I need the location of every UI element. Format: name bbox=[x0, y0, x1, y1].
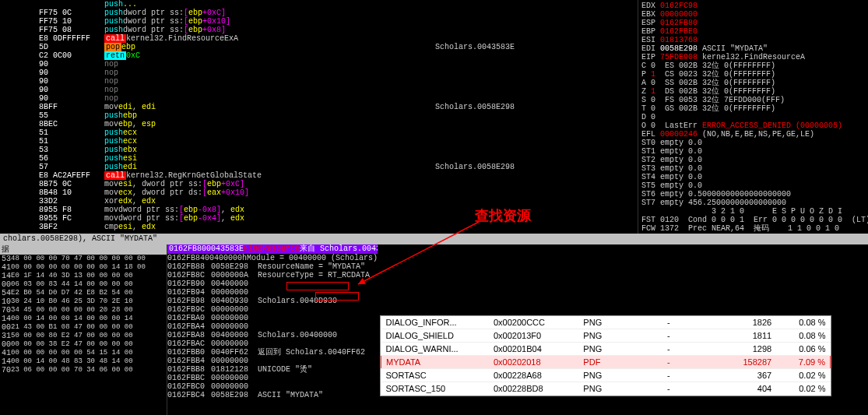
stack-row[interactable]: 0162FB8C0000000AResourceType = RT_RCDATA bbox=[167, 271, 378, 280]
hex-row[interactable]: 5348 00 00 00 70 47 00 00 00 00 00 bbox=[0, 255, 167, 263]
disasm-row[interactable]: 90nop bbox=[0, 69, 638, 77]
disasm-row[interactable]: FF75 10pushdword ptr ss:[ebp+0x10] bbox=[0, 17, 638, 26]
stack-header: 0162FB800043583EFindResource来自 Scholars.… bbox=[167, 244, 378, 254]
hex-row[interactable]: 7023 06 00 00 00 70 34 06 00 00 bbox=[0, 366, 167, 375]
register-row: O 0 LastErr ERROR_ACCESS_DENIED (0000000… bbox=[641, 121, 865, 130]
disasm-row[interactable]: E8 AC2AFEFFcallkernel32.RegKrnGetGlobalS… bbox=[0, 171, 638, 180]
disasm-row[interactable]: 8955 F8movdword ptr ss:[ebp-0x8], edx bbox=[0, 206, 638, 214]
resource-row[interactable]: DIALOG_INFOR...0x00200CCCPNG-18260.08 % bbox=[381, 316, 831, 329]
stack-row[interactable]: 0162FBA400000000 bbox=[167, 322, 378, 331]
hex-row[interactable]: 0000 00 00 38 E2 47 00 00 00 00 bbox=[0, 340, 167, 349]
resource-table[interactable]: DIALOG_INFOR...0x00200CCCPNG-18260.08 %D… bbox=[380, 315, 831, 396]
register-row: ST2 empty 0.0 bbox=[641, 156, 865, 164]
register-row: FST 0120 Cond 0 0 0 1 Err 0 0 0 0 0 0 0 … bbox=[641, 216, 865, 224]
register-row: S 0 FS 0053 32位 7EFDD000(FFF) bbox=[641, 96, 865, 104]
stack-row[interactable]: 0162FB9400000000 bbox=[167, 288, 378, 297]
cpu-disasm-panel[interactable]: push...FF75 0Cpushdword ptr ss:[ebp+0xC]… bbox=[0, 0, 638, 234]
disasm-row[interactable]: E8 0DFFFFFFcallkernel32.FindResourceExA bbox=[0, 34, 638, 43]
resource-row[interactable]: SORTASC0x00228A68PNG-3670.02 % bbox=[381, 369, 831, 382]
stack-row[interactable]: 0162FBAC00000000 bbox=[167, 339, 378, 348]
disasm-row[interactable]: 8BFFmovedi, ediScholars.0058E298 bbox=[0, 103, 638, 111]
disasm-row[interactable]: 57pushediScholars.0058E298 bbox=[0, 163, 638, 171]
register-row: EIP 75FDE908 kernel32.FindResourceA bbox=[641, 53, 865, 62]
disasm-row[interactable]: FF75 0Cpushdword ptr ss:[ebp+0xC] bbox=[0, 9, 638, 17]
stack-row[interactable]: 0162FBA000000000 bbox=[167, 314, 378, 322]
disasm-row[interactable]: push... bbox=[0, 0, 638, 9]
hex-row[interactable]: 14E0 1F 14 40 3D 13 00 00 00 00 bbox=[0, 272, 167, 280]
disasm-row[interactable]: 56pushesi bbox=[0, 154, 638, 163]
register-row: ST1 empty 0.0 bbox=[641, 147, 865, 156]
disasm-row[interactable]: 90nop bbox=[0, 86, 638, 94]
register-row: P 1 CS 0023 32位 0(FFFFFFFF) bbox=[641, 70, 865, 79]
resource-row[interactable]: DIALOG_SHIELD0x002013F0PNG-18110.08 % bbox=[381, 329, 831, 343]
hex-row[interactable]: 54E2 B0 54 D0 D7 42 E8 B2 54 00 bbox=[0, 289, 167, 297]
register-row: ESP 0162FB80 bbox=[641, 19, 865, 27]
stack-row[interactable]: 0162FBB00040FF62返回到 Scholars.0040FF62 bbox=[167, 348, 378, 357]
annotation-label: 查找资源 bbox=[475, 206, 531, 225]
stack-row[interactable]: 0162FB880058E298ResourceName = "MYDATA" bbox=[167, 262, 378, 271]
stack-row[interactable]: 0162FB9C00000000 bbox=[167, 305, 378, 314]
disasm-row[interactable]: 51pushecx bbox=[0, 137, 638, 146]
resource-row[interactable]: SORTASC_1500x00228BD8PNG-4040.02 % bbox=[381, 382, 831, 396]
hex-row[interactable]: 1400 00 14 00 00 14 00 00 00 14 bbox=[0, 315, 167, 323]
register-row: EFL 00000246 (NO,NB,E,BE,NS,PE,GE,LE) bbox=[641, 130, 865, 139]
disasm-row[interactable]: 8B48 10movecx, dword ptr ds:[eax+0x10] bbox=[0, 188, 638, 197]
disasm-row[interactable]: 55pushebp bbox=[0, 111, 638, 120]
hex-row[interactable]: 0021 43 00 B1 08 47 00 00 00 00 bbox=[0, 323, 167, 332]
stack-row[interactable]: 0162FB8400400000hModule = 00400000 (Scho… bbox=[167, 254, 378, 262]
disasm-row[interactable]: 8955 FCmovdword ptr ss:[ebp-0x4], edx bbox=[0, 214, 638, 223]
disasm-row[interactable]: 90nop bbox=[0, 77, 638, 86]
resource-row[interactable]: DIALOG_WARNI...0x00201B04PNG-12980.06 % bbox=[381, 343, 831, 356]
stack-row[interactable]: 0162FBBC00000000 bbox=[167, 374, 378, 382]
register-row: ST7 empty 456.25000000000000000 bbox=[641, 199, 865, 207]
registers-panel[interactable]: EDX 0162FC98EBX 00000000ESP 0162FB80EBP … bbox=[638, 0, 868, 234]
register-row: ST4 empty 0.0 bbox=[641, 173, 865, 181]
stack-row[interactable]: 0162FBA800400000Scholars.00400000 bbox=[167, 331, 378, 339]
register-row: EDX 0162FC98 bbox=[641, 2, 865, 10]
register-row: FCW 1372 Prec NEAR,64 掩码 1 1 0 0 1 0 bbox=[641, 224, 865, 233]
hex-row[interactable]: 1400 00 14 00 48 83 30 48 14 00 bbox=[0, 357, 167, 366]
register-row: A 0 SS 002B 32位 0(FFFFFFFF) bbox=[641, 79, 865, 87]
register-row: EBX 00000000 bbox=[641, 10, 865, 19]
register-row: T 0 GS 002B 32位 0(FFFFFFFF) bbox=[641, 104, 865, 113]
hex-row[interactable]: 4100 00 00 00 00 00 54 15 14 00 bbox=[0, 349, 167, 357]
stack-row[interactable]: 0162FB980040D930Scholars.0040D930 bbox=[167, 297, 378, 305]
register-row: ST0 empty 0.0 bbox=[641, 139, 865, 147]
register-row: ESI 01813768 bbox=[641, 36, 865, 44]
resource-row[interactable]: MYDATA0x00202018PDF-1582877.09 % bbox=[381, 356, 831, 369]
hex-row[interactable]: 1030 24 10 B0 46 25 3D 70 2E 10 bbox=[0, 297, 167, 306]
register-row: ST6 empty 0.50000000000000000000 bbox=[641, 190, 865, 199]
stack-panel[interactable]: 0162FB800043583EFindResource来自 Scholars.… bbox=[167, 244, 378, 415]
disasm-row[interactable]: 90nop bbox=[0, 94, 638, 103]
disasm-row[interactable]: 8B75 0Cmovesi, dword ptr ss:[ebp+0xC] bbox=[0, 180, 638, 188]
register-row: Z 1 DS 002B 32位 0(FFFFFFFF) bbox=[641, 87, 865, 96]
register-row: EBP 0162FBE0 bbox=[641, 27, 865, 36]
disasm-row[interactable]: 33D2xoredx, edx bbox=[0, 197, 638, 206]
disasm-row[interactable]: C2 0C00retn0xC bbox=[0, 51, 638, 60]
hex-row[interactable]: 0006 03 00 83 44 14 00 00 00 00 bbox=[0, 280, 167, 289]
register-row: ST5 empty 0.0 bbox=[641, 181, 865, 190]
stack-row[interactable]: 0162FBB801812128UNICODE "烫" bbox=[167, 365, 378, 374]
stack-row[interactable]: 0162FB9000400000 bbox=[167, 280, 378, 288]
stack-row[interactable]: 0162FBB400000000 bbox=[167, 357, 378, 365]
hex-header: 据 bbox=[0, 244, 167, 255]
disasm-row[interactable]: 5DpopebpScholars.0043583E bbox=[0, 43, 638, 51]
disasm-row[interactable]: 90nop bbox=[0, 60, 638, 69]
hex-row[interactable]: 4100 00 00 00 00 00 00 00 14 18 00 bbox=[0, 263, 167, 272]
disasm-row[interactable]: 53pushebx bbox=[0, 146, 638, 154]
hex-dump-panel[interactable]: 据 5348 00 00 00 70 47 00 00 00 00 00 410… bbox=[0, 244, 167, 415]
disasm-row[interactable]: FF75 08pushdword ptr ss:[ebp+0x8] bbox=[0, 26, 638, 34]
disasm-row[interactable]: 8BECmovebp, esp bbox=[0, 120, 638, 128]
register-row: EDI 0058E298 ASCII "MYDATA" bbox=[641, 44, 865, 53]
disasm-row[interactable]: 51pushecx bbox=[0, 128, 638, 137]
hex-row[interactable]: 3150 00 00 80 E2 47 00 00 00 00 bbox=[0, 332, 167, 340]
register-row: D 0 bbox=[641, 113, 865, 121]
status-bar: cholars.0058E298), ASCII "MYDATA" bbox=[0, 234, 868, 244]
register-row: C 0 ES 002B 32位 0(FFFFFFFF) bbox=[641, 62, 865, 70]
hex-row[interactable]: 7034 45 00 00 00 00 00 20 28 00 bbox=[0, 306, 167, 315]
register-row: 3 2 1 0 E S P U O Z D I bbox=[641, 207, 865, 216]
disasm-row[interactable]: 3BF2cmpesi, edx bbox=[0, 223, 638, 231]
register-row: ST3 empty 0.0 bbox=[641, 164, 865, 173]
stack-row[interactable]: 0162FBC40058E298ASCII "MYDATA" bbox=[167, 391, 378, 399]
stack-row[interactable]: 0162FBC000000000 bbox=[167, 382, 378, 391]
